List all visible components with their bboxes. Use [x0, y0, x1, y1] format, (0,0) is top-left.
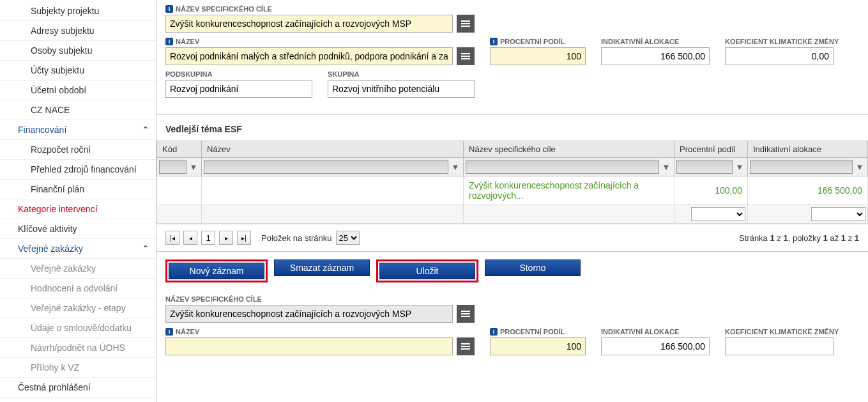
pager-last-button[interactable]: ▸| [237, 231, 251, 245]
highlight-ulozit: Uložit [376, 259, 478, 282]
pager-page-input[interactable] [201, 231, 215, 245]
info-icon: i [490, 38, 498, 45]
sidebar-item-osoby-subjektu[interactable]: Osoby subjektu [0, 41, 156, 61]
sidebar-sub-smlouva-dodatek[interactable]: Údaje o smlouvě/dodatku [0, 318, 156, 338]
info-icon: i [165, 5, 173, 13]
table-row[interactable]: Zvýšit konkurenceschopnost začínajících … [157, 176, 868, 205]
input-skupina[interactable] [328, 80, 475, 98]
storno-button[interactable]: Storno [485, 259, 581, 276]
field-label-indikativni-alokace-2: INDIKATIVNÍ ALOKACE [601, 328, 710, 336]
info-icon: i [490, 328, 498, 336]
sidebar-item-ucetni-obdobi[interactable]: Účetní období [0, 81, 156, 100]
smazat-zaznam-button[interactable]: Smazat záznam [274, 259, 370, 276]
field-label-nazev-spec-cile-2: NÁZEV SPECIFICKÉHO CÍLE [165, 295, 475, 303]
sidebar-sub-hodnoceni[interactable]: Hodnocení a odvolání [0, 279, 156, 298]
sidebar-header-label: Financování [18, 125, 66, 135]
field-label-nazev-2: iNÁZEV [165, 328, 475, 336]
sidebar-sub-prilohy-vz[interactable]: Přílohy k VZ [0, 358, 156, 378]
input-podskupina[interactable] [165, 80, 312, 98]
th-kod[interactable]: Kód [157, 141, 202, 158]
filter-icon[interactable]: ▼ [450, 160, 461, 173]
pager-next-button[interactable]: ▸ [219, 231, 233, 245]
input-koeficient-2[interactable] [725, 337, 834, 355]
th-nazev-spec[interactable]: Název specifického cíle [464, 141, 674, 158]
input-koeficient[interactable] [725, 47, 834, 65]
field-label-nazev-spec-cile: iNÁZEV SPECIFICKÉHO CÍLE [165, 5, 475, 13]
list-picker-button[interactable] [457, 47, 475, 65]
pager-per-page-select[interactable]: 25 [336, 231, 360, 245]
input-indikativni-alokace[interactable] [601, 47, 710, 65]
filter-icon[interactable]: ▼ [734, 160, 745, 173]
chevron-up-icon: ⌃ [142, 244, 149, 254]
info-icon: i [165, 328, 173, 336]
info-icon: i [165, 38, 173, 45]
field-label-koeficient-2: KOEFICIENT KLIMATICKÉ ZMĚNY [725, 328, 839, 336]
th-nazev[interactable]: Název [202, 141, 464, 158]
main-content: iNÁZEV SPECIFICKÉHO CÍLE iNÁZEV iP [156, 0, 868, 402]
sidebar: Subjekty projektu Adresy subjektu Osoby … [0, 0, 156, 402]
th-procentni[interactable]: Procentní podíl [674, 141, 748, 158]
sidebar-header-verejne-zakazky[interactable]: Veřejné zakázky ⌃ [0, 239, 156, 259]
input-nazev[interactable] [165, 47, 453, 65]
list-picker-button[interactable] [457, 337, 475, 355]
sidebar-item-klicove-aktivity[interactable]: Klíčové aktivity [0, 219, 156, 239]
field-label-nazev: iNÁZEV [165, 38, 475, 45]
sidebar-item-prilozene-dokumenty[interactable]: Přiložené dokumenty [0, 398, 156, 402]
dropdown-procentni[interactable] [691, 207, 745, 221]
filter-input-kod[interactable] [159, 160, 187, 174]
field-label-podskupina: PODSKUPINA [165, 70, 312, 78]
filter-input-nazev-spec[interactable] [466, 160, 659, 174]
field-label-procentni-podil: iPROCENTNÍ PODÍL [490, 38, 586, 45]
highlight-novy-zaznam: Nový záznam [165, 259, 268, 282]
list-picker-button[interactable] [457, 305, 475, 323]
novy-zaznam-button[interactable]: Nový záznam [169, 263, 264, 279]
dropdown-alokace[interactable] [811, 207, 865, 221]
field-label-koeficient: KOEFICIENT KLIMATICKÉ ZMĚNY [725, 38, 839, 45]
sidebar-item-rozpocet-rocni[interactable]: Rozpočet roční [0, 140, 156, 160]
input-nazev-2[interactable] [165, 337, 453, 355]
field-label-procentni-podil-2: iPROCENTNÍ PODÍL [490, 328, 586, 336]
section-title-vedlejsi-tema: Vedlejší téma ESF [156, 114, 868, 141]
sidebar-header-kategorie-intervenci[interactable]: Kategorie intervencí [0, 199, 156, 219]
filter-input-procentni[interactable] [676, 160, 733, 174]
th-alokace[interactable]: Indikativní alokace [748, 141, 868, 158]
sidebar-header-label: Veřejné zakázky [18, 244, 83, 254]
sidebar-item-adresy-subjektu[interactable]: Adresy subjektu [0, 21, 156, 41]
chevron-up-icon: ⌃ [142, 125, 149, 135]
sidebar-item-prehled-zdroju[interactable]: Přehled zdrojů financování [0, 160, 156, 180]
input-indikativni-alokace-2[interactable] [601, 337, 710, 355]
field-label-indikativni-alokace: INDIKATIVNÍ ALOKACE [601, 38, 710, 45]
sidebar-sub-uohs[interactable]: Návrh/podnět na ÚOHS [0, 338, 156, 358]
input-nazev-spec-cile[interactable] [165, 15, 453, 33]
sidebar-sub-verejne-zakazky[interactable]: Veřejné zakázky [0, 259, 156, 279]
sidebar-item-cz-nace[interactable]: CZ NACE [0, 100, 156, 120]
pager-prev-button[interactable]: ◂ [183, 231, 197, 245]
list-picker-button[interactable] [457, 15, 475, 33]
filter-icon[interactable]: ▼ [660, 160, 672, 173]
sidebar-header-financovani[interactable]: Financování ⌃ [0, 120, 156, 140]
table-vedlejsi-tema: Kód Název Název specifického cíle Procen… [156, 141, 868, 224]
sidebar-item-financni-plan[interactable]: Finanční plán [0, 180, 156, 199]
filter-icon[interactable]: ▼ [188, 160, 199, 173]
input-nazev-spec-cile-2 [165, 305, 453, 323]
input-procentni-podil-2[interactable] [490, 337, 586, 355]
sidebar-item-ucty-subjektu[interactable]: Účty subjektu [0, 61, 156, 81]
pager-first-button[interactable]: |◂ [165, 231, 179, 245]
input-procentni-podil[interactable] [490, 47, 586, 65]
field-label-skupina: SKUPINA [328, 70, 475, 78]
filter-input-alokace[interactable] [750, 160, 853, 174]
sidebar-item-cestna-prohlaseni[interactable]: Čestná prohlášení [0, 378, 156, 398]
sidebar-item-subjekty-projektu[interactable]: Subjekty projektu [0, 1, 156, 21]
pager-per-page-label: Položek na stránku [261, 233, 332, 243]
filter-input-nazev[interactable] [204, 160, 448, 174]
ulozit-button[interactable]: Uložit [379, 263, 475, 279]
pager-status: Stránka 1 z 1, položky 1 až 1 z 1 [739, 233, 859, 243]
sidebar-sub-vz-etapy[interactable]: Veřejné zakázky - etapy [0, 298, 156, 318]
filter-icon[interactable]: ▼ [854, 160, 865, 173]
